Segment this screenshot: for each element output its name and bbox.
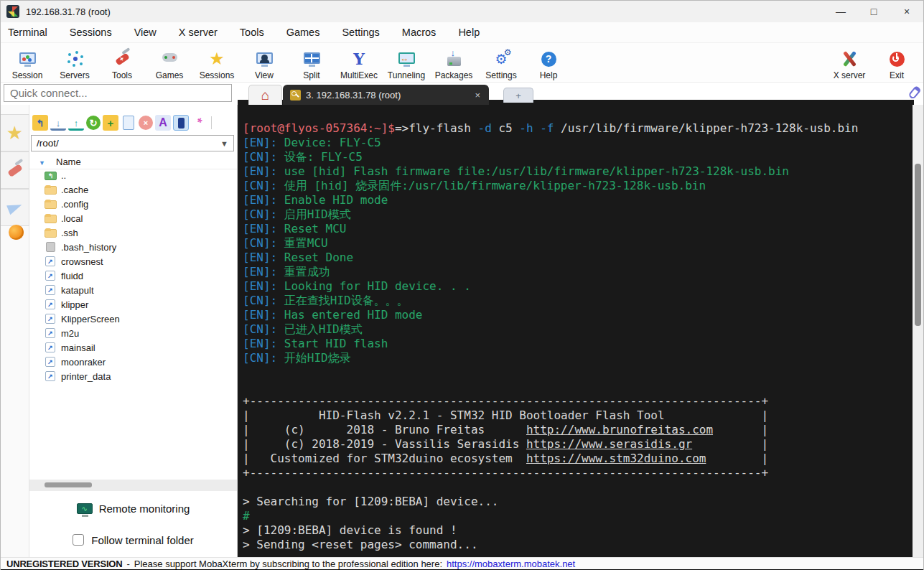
toolbar-tools-button[interactable]: +Tools — [98, 46, 146, 80]
mobatek-link[interactable]: https://mobaxterm.mobatek.net — [447, 559, 575, 569]
follow-terminal-folder[interactable]: Follow terminal folder — [29, 531, 237, 548]
file-row-.local[interactable]: .local — [29, 211, 237, 225]
window-controls: — □ × — [824, 1, 923, 22]
delete-icon[interactable]: × — [139, 116, 153, 130]
menu-sessions[interactable]: Sessions — [68, 24, 113, 40]
file-row-..[interactable]: ↰.. — [29, 168, 237, 182]
menu-help[interactable]: Help — [457, 24, 481, 40]
menu-settings[interactable]: Settings — [340, 24, 381, 40]
file-row-m2u[interactable]: ↗m2u — [29, 326, 237, 340]
wand-icon[interactable]: * — [191, 115, 207, 131]
menu-macros[interactable]: Macros — [401, 24, 438, 40]
sftp-globe-icon[interactable] — [9, 225, 24, 240]
follow-label: Follow terminal folder — [91, 534, 194, 546]
v-scroll-thumb[interactable] — [915, 164, 921, 326]
toolbar-session-button[interactable]: Session — [4, 46, 51, 80]
file-name: .cache — [61, 184, 88, 195]
file-row-.ssh[interactable]: .ssh — [29, 225, 237, 240]
file-row-moonraker[interactable]: ↗moonraker — [29, 355, 237, 369]
monitor-pulse-icon: ∿ — [77, 503, 93, 514]
paperclip-icon[interactable] — [907, 85, 921, 100]
file-row-mainsail[interactable]: ↗mainsail — [29, 340, 237, 355]
font-icon[interactable]: A — [155, 115, 171, 131]
download-icon[interactable]: ↓ — [50, 115, 66, 131]
session-tab-active[interactable]: 3. 192.168.31.78 (root) × — [283, 85, 489, 105]
toolbar-packages-button[interactable]: ↓Packages — [430, 46, 477, 80]
tunneling-icon: ↔ — [398, 50, 415, 69]
menu-view[interactable]: View — [133, 24, 158, 40]
file-row-.config[interactable]: .config — [29, 197, 237, 211]
terminal-line: [CN]: 设备: FLY-C5 — [243, 150, 914, 164]
remote-monitoring-button[interactable]: ∿ Remote monitoring — [29, 497, 237, 519]
file-toolbar: ↰↓↑↻+×A* — [32, 113, 212, 132]
horizontal-scrollbar[interactable] — [29, 480, 237, 491]
new-tab-button[interactable]: + — [503, 88, 533, 103]
file-row-printer_data[interactable]: ↗printer_data — [29, 369, 237, 383]
symlink-icon: ↗ — [45, 285, 55, 295]
toolbar-sessions-button[interactable]: ★Sessions — [193, 46, 241, 80]
toolbar-help-button[interactable]: ?Help — [525, 46, 572, 80]
menu-x-server[interactable]: X server — [177, 24, 219, 40]
packages-icon: ↓ — [447, 50, 461, 69]
current-path: /root/ — [37, 138, 59, 149]
sidebar-sessions-button[interactable]: ★ — [1, 114, 29, 151]
terminal-line: > Searching for [1209:BEBA] device... — [243, 495, 914, 509]
terminal-output[interactable]: [root@flyos-057364:~]$=>fly-flash -d c5 … — [238, 100, 914, 557]
menu-terminal[interactable]: Terminal — [6, 24, 49, 40]
file-row-fluidd[interactable]: ↗fluidd — [29, 268, 237, 283]
file-row-.bash_history[interactable]: .bash_history — [29, 240, 237, 254]
minimize-button[interactable]: — — [824, 1, 857, 22]
file-row-KlipperScreen[interactable]: ↗KlipperScreen — [29, 312, 237, 326]
toolbar-split-button[interactable]: Split — [288, 46, 335, 80]
new-folder-icon[interactable]: + — [103, 115, 118, 131]
unregistered-label: UNREGISTERED VERSION — [6, 559, 122, 569]
file-row-.cache[interactable]: .cache — [29, 182, 237, 197]
toolbar-label: View — [255, 70, 274, 80]
file-row-crowsnest[interactable]: ↗crowsnest — [29, 254, 237, 268]
terminal-line: [EN]: Reset MCU — [243, 222, 914, 236]
toolbar-label: Tunneling — [388, 70, 425, 80]
follow-checkbox[interactable] — [73, 534, 84, 546]
file-name: m2u — [61, 328, 79, 339]
menu-games[interactable]: Games — [285, 24, 322, 40]
toolbar-multiexec-button[interactable]: YMultiExec — [335, 46, 383, 80]
toolbar-games-button[interactable]: Games — [146, 46, 193, 80]
tab-close-icon[interactable]: × — [473, 90, 482, 101]
file-row-klipper[interactable]: ↗klipper — [29, 297, 237, 312]
path-combobox[interactable]: /root/ ▼ — [31, 135, 234, 151]
status-separator: - — [126, 559, 129, 569]
file-icon — [46, 242, 55, 252]
key-icon — [290, 90, 301, 101]
sync-terminal-icon[interactable] — [173, 115, 189, 131]
go-parent-icon[interactable]: ↰ — [32, 115, 48, 131]
toolbar-exit-button[interactable]: Exit — [873, 46, 920, 80]
close-button[interactable]: × — [890, 1, 923, 22]
terminal-scrollbar[interactable] — [913, 105, 923, 557]
file-list-header[interactable]: ▼ Name — [29, 155, 237, 169]
file-name: mainsail — [61, 342, 95, 353]
toolbar-label: Exit — [890, 70, 904, 80]
menu-tools[interactable]: Tools — [238, 24, 266, 40]
toolbar-settings-button[interactable]: ⚙⚙Settings — [477, 46, 525, 80]
toolbar-view-button[interactable]: View — [241, 46, 288, 80]
toolbar-servers-button[interactable]: Servers — [51, 46, 98, 80]
h-scroll-thumb[interactable] — [45, 482, 92, 487]
terminal-line: > [1209:BEBA] device is found ! — [243, 523, 914, 538]
maximize-button[interactable]: □ — [857, 1, 890, 22]
sidebar-tools-button[interactable] — [1, 151, 29, 189]
settings-icon: ⚙⚙ — [495, 50, 507, 69]
name-column-header: Name — [56, 156, 81, 167]
folder-icon — [45, 186, 57, 195]
tools-icon: + — [116, 50, 129, 69]
chevron-down-icon: ▼ — [220, 139, 228, 148]
toolbar-tunneling-button[interactable]: ↔Tunneling — [383, 46, 430, 80]
multiexec-icon: Y — [353, 50, 365, 69]
toolbar-xserver-button[interactable]: X server — [826, 46, 873, 80]
file-row-katapult[interactable]: ↗katapult — [29, 283, 237, 297]
upload-icon[interactable]: ↑ — [68, 115, 84, 131]
sidebar-macros-button[interactable] — [1, 189, 29, 226]
new-file-icon[interactable] — [121, 116, 136, 130]
home-tab[interactable]: ⌂ — [248, 85, 282, 105]
refresh-icon[interactable]: ↻ — [86, 116, 101, 130]
file-name: .ssh — [61, 228, 78, 238]
